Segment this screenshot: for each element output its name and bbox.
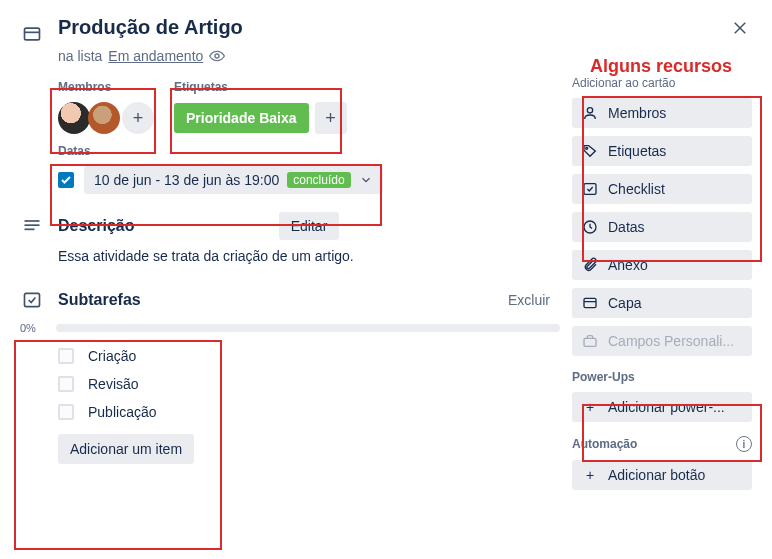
- progress-bar: [56, 324, 560, 332]
- checklist-item-label: Publicação: [88, 404, 157, 420]
- svg-point-8: [586, 147, 588, 149]
- sidebar-cover-button[interactable]: Capa: [572, 288, 752, 318]
- annotation-text: Alguns recursos: [590, 56, 732, 77]
- checklist-item[interactable]: Revisão: [20, 370, 560, 398]
- svg-rect-0: [25, 28, 40, 40]
- close-button[interactable]: [726, 14, 754, 42]
- sidebar-labels-button[interactable]: Etiquetas: [572, 136, 752, 166]
- svg-rect-13: [584, 338, 596, 346]
- card-title[interactable]: Produção de Artigo: [58, 16, 243, 39]
- powerups-heading: Power-Ups: [572, 370, 635, 384]
- checklist-checkbox[interactable]: [58, 376, 74, 392]
- add-checklist-item-button[interactable]: Adicionar um item: [58, 434, 194, 464]
- user-icon: [582, 105, 598, 121]
- labels-heading: Etiquetas: [174, 80, 347, 94]
- watch-icon[interactable]: [209, 48, 225, 64]
- svg-rect-5: [25, 229, 35, 231]
- automation-heading: Automação: [572, 437, 637, 451]
- description-text[interactable]: Essa atividade se trata da criação de um…: [58, 248, 560, 264]
- attachment-icon: [582, 257, 598, 273]
- sidebar-members-button[interactable]: Membros: [572, 98, 752, 128]
- avatar[interactable]: [58, 102, 90, 134]
- sidebar-checklist-button[interactable]: Checklist: [572, 174, 752, 204]
- add-to-card-heading: Adicionar ao cartão: [572, 76, 752, 90]
- avatar[interactable]: [88, 102, 120, 134]
- cover-icon: [582, 295, 598, 311]
- list-link[interactable]: Em andamento: [108, 48, 203, 64]
- checklist-item[interactable]: Criação: [20, 342, 560, 370]
- checklist-icon: [582, 181, 598, 197]
- svg-point-7: [587, 108, 592, 113]
- add-powerup-button[interactable]: + Adicionar power-...: [572, 392, 752, 422]
- plus-icon: +: [582, 399, 598, 415]
- info-icon[interactable]: i: [736, 436, 752, 452]
- svg-rect-11: [584, 298, 596, 307]
- svg-rect-9: [584, 184, 596, 195]
- add-label-button[interactable]: +: [315, 102, 347, 134]
- clock-icon: [582, 219, 598, 235]
- edit-description-button[interactable]: Editar: [279, 212, 340, 240]
- delete-checklist-button[interactable]: Excluir: [498, 286, 560, 314]
- chevron-down-icon: [359, 173, 373, 187]
- sidebar-attachment-button[interactable]: Anexo: [572, 250, 752, 280]
- add-automation-button[interactable]: + Adicionar botão: [572, 460, 752, 490]
- date-status-badge: concluído: [287, 172, 350, 188]
- list-prefix: na lista: [58, 48, 102, 64]
- sidebar-dates-button[interactable]: Datas: [572, 212, 752, 242]
- label-chip[interactable]: Prioridade Baixa: [174, 103, 309, 133]
- checklist-heading[interactable]: Subtarefas: [58, 291, 484, 309]
- date-complete-checkbox[interactable]: [58, 172, 74, 188]
- plus-icon: +: [582, 467, 598, 483]
- description-icon: [20, 216, 44, 236]
- checklist-item-label: Revisão: [88, 376, 139, 392]
- sidebar-custom-fields-button[interactable]: Campos Personali...: [572, 326, 752, 356]
- progress-percent: 0%: [20, 322, 48, 334]
- checklist-item-label: Criação: [88, 348, 136, 364]
- svg-rect-4: [25, 224, 40, 226]
- checklist-checkbox[interactable]: [58, 348, 74, 364]
- checklist-icon: [20, 290, 44, 310]
- svg-point-2: [215, 54, 219, 58]
- tag-icon: [582, 143, 598, 159]
- add-member-button[interactable]: +: [122, 102, 154, 134]
- date-button[interactable]: 10 de jun - 13 de jun às 19:00 concluído: [84, 166, 383, 194]
- card-icon: [20, 22, 44, 46]
- description-heading: Descrição: [58, 217, 265, 235]
- svg-rect-6: [25, 293, 40, 306]
- checklist-checkbox[interactable]: [58, 404, 74, 420]
- members-heading: Membros: [58, 80, 154, 94]
- svg-rect-3: [25, 220, 40, 222]
- checklist-item[interactable]: Publicação: [20, 398, 560, 426]
- toolbox-icon: [582, 333, 598, 349]
- dates-heading: Datas: [58, 144, 560, 158]
- date-range-text: 10 de jun - 13 de jun às 19:00: [94, 172, 279, 188]
